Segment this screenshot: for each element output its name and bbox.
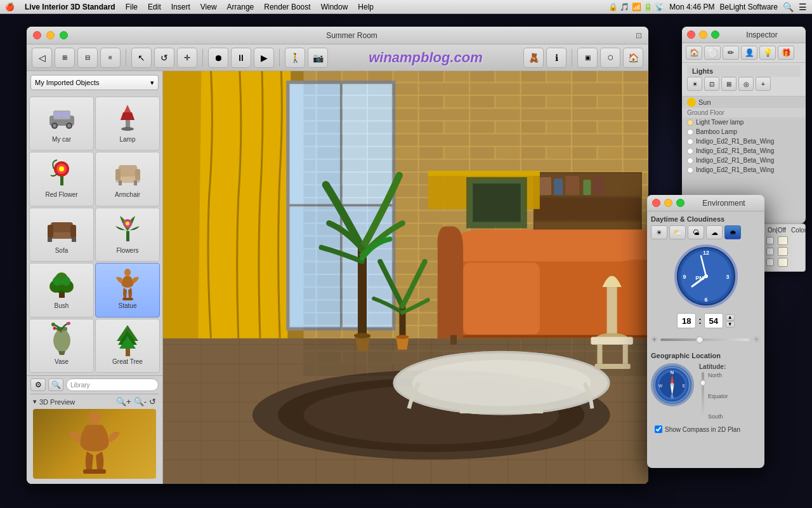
light-dot-6 bbox=[687, 167, 693, 173]
time-hours-input[interactable] bbox=[677, 313, 696, 328]
light-color-1[interactable] bbox=[778, 236, 788, 245]
walk-btn[interactable]: 🚶 bbox=[285, 48, 305, 68]
zoom-in-button[interactable]: 🔍+ bbox=[116, 397, 131, 406]
inspector-close-button[interactable] bbox=[687, 30, 695, 39]
object-item-flowers[interactable]: Flowers bbox=[95, 208, 160, 262]
zoom-out-button[interactable]: 🔍- bbox=[134, 397, 147, 406]
object-item-great-tree[interactable]: Great Tree bbox=[95, 319, 160, 373]
inspector-home-btn[interactable]: 🏠 bbox=[686, 46, 702, 60]
object-item-my-car[interactable]: My car bbox=[29, 97, 94, 150]
env-max-button[interactable] bbox=[676, 199, 684, 207]
light-color-2[interactable] bbox=[778, 247, 788, 256]
menu-arrange[interactable]: Arrange bbox=[227, 3, 254, 11]
light-toggle-1[interactable] bbox=[766, 237, 774, 244]
view-3d-btn[interactable]: ⬡ bbox=[600, 48, 620, 68]
home-view-btn[interactable]: 🏠 bbox=[623, 48, 643, 68]
time-decrement-button[interactable]: ▼ bbox=[726, 321, 735, 328]
objects-dropdown[interactable]: My Imported Objects ▾ bbox=[30, 75, 159, 90]
light-add-btn[interactable]: + bbox=[756, 77, 771, 91]
time-increment-button[interactable]: ▲ bbox=[726, 314, 735, 321]
apple-menu[interactable]: 🍎 bbox=[5, 3, 15, 11]
camera-btn[interactable]: 📷 bbox=[308, 48, 328, 68]
brightness-thumb[interactable] bbox=[696, 336, 704, 344]
menu-edit[interactable]: Edit bbox=[148, 3, 161, 11]
env-close-button[interactable] bbox=[652, 199, 660, 207]
info-btn[interactable]: ℹ bbox=[546, 48, 566, 68]
object-item-sofa[interactable]: Sofa bbox=[29, 208, 94, 262]
inspector-min-button[interactable] bbox=[699, 30, 707, 39]
menubar-time: Mon 4:46 PM bbox=[669, 3, 714, 11]
show-compass-checkbox[interactable] bbox=[655, 425, 662, 433]
inspector-person-btn[interactable]: 👤 bbox=[741, 46, 757, 60]
separator-2 bbox=[202, 49, 203, 67]
menubar-search[interactable]: 🔍 bbox=[783, 2, 794, 12]
light-item-6[interactable]: Indigo_Ed2_R1_Beta_Wing bbox=[682, 165, 806, 175]
object-item-bush[interactable]: Bush bbox=[29, 263, 94, 317]
record-btn[interactable]: ⏺ bbox=[208, 48, 228, 68]
close-button[interactable] bbox=[33, 31, 41, 39]
object-item-vase[interactable]: Vase bbox=[29, 319, 94, 373]
light-item-1[interactable]: Light Tower lamp bbox=[682, 117, 806, 127]
latitude-slider-thumb[interactable] bbox=[700, 380, 706, 386]
menu-window[interactable]: Window bbox=[321, 3, 348, 11]
move-tool[interactable]: ✛ bbox=[177, 48, 197, 68]
minimize-button[interactable] bbox=[46, 31, 55, 39]
light-toggle-2[interactable] bbox=[766, 248, 774, 255]
refresh-button[interactable]: ↺ bbox=[149, 397, 156, 406]
daytime-btn-5[interactable]: 🌧 bbox=[724, 225, 741, 239]
light-color-3[interactable] bbox=[778, 258, 788, 267]
inspector-edit-btn[interactable]: ✏ bbox=[723, 46, 739, 60]
menu-file[interactable]: File bbox=[126, 3, 138, 11]
daytime-btn-1[interactable]: ☀ bbox=[651, 225, 667, 239]
daytime-btn-2[interactable]: ⛅ bbox=[669, 225, 686, 239]
floor-plan-btn[interactable]: ⊞ bbox=[55, 48, 75, 68]
window-collapse-icon[interactable]: ⊡ bbox=[636, 31, 642, 40]
inspector-sphere-btn[interactable]: ⚪ bbox=[704, 46, 721, 60]
light-toggle-3[interactable] bbox=[766, 258, 774, 266]
maximize-button[interactable] bbox=[60, 31, 68, 39]
object-item-armchair[interactable]: Armchair bbox=[95, 152, 160, 206]
room-btn[interactable]: ⊟ bbox=[77, 48, 98, 68]
light-item-2[interactable]: Bamboo Lamp bbox=[682, 127, 806, 137]
menubar-list[interactable]: ☰ bbox=[799, 2, 807, 12]
back-button[interactable]: ◁ bbox=[32, 48, 52, 68]
list-btn[interactable]: ≡ bbox=[100, 48, 121, 68]
sun-item[interactable]: Sun bbox=[682, 97, 806, 108]
inspector-max-button[interactable] bbox=[711, 30, 719, 39]
light-item-4[interactable]: Indigo_Ed2_R1_Beta_Wing bbox=[682, 146, 806, 156]
rotate-tool[interactable]: ↺ bbox=[154, 48, 174, 68]
object-item-statue[interactable]: Statue bbox=[95, 263, 160, 317]
svg-rect-23 bbox=[51, 222, 73, 232]
daytime-btn-4[interactable]: ☁ bbox=[706, 225, 723, 239]
light-item-3[interactable]: Indigo_Ed2_R1_Beta_Wing bbox=[682, 137, 806, 146]
time-minutes-input[interactable] bbox=[704, 313, 723, 328]
object-item-red-flower[interactable]: Red Flower bbox=[29, 152, 94, 206]
settings-gear-button[interactable]: ⚙ bbox=[30, 378, 46, 391]
daytime-btn-3[interactable]: 🌤 bbox=[688, 225, 704, 239]
light-type-btn-2[interactable]: ⊡ bbox=[704, 77, 719, 91]
menu-help[interactable]: Help bbox=[358, 3, 374, 11]
select-tool[interactable]: ↖ bbox=[131, 48, 152, 68]
light-type-btn-3[interactable]: ⊞ bbox=[721, 77, 737, 91]
brightness-row: ☀ ☀ bbox=[651, 333, 761, 345]
preview-expand-icon[interactable]: ▾ bbox=[33, 398, 37, 406]
inspector-gift-btn[interactable]: 🎁 bbox=[778, 46, 794, 60]
env-min-button[interactable] bbox=[664, 199, 672, 207]
latitude-slider-track[interactable] bbox=[702, 372, 704, 420]
menu-insert[interactable]: Insert bbox=[171, 3, 190, 11]
light-item-5[interactable]: Indigo_Ed2_R1_Beta_Wing bbox=[682, 156, 806, 165]
menu-render[interactable]: Render Boost bbox=[264, 3, 310, 11]
brightness-slider[interactable] bbox=[660, 338, 749, 341]
search-toggle-button[interactable]: 🔍 bbox=[48, 378, 63, 391]
view-2d-btn[interactable]: ▣ bbox=[577, 48, 598, 68]
object-item-lamp[interactable]: Lamp bbox=[95, 97, 160, 150]
play-btn[interactable]: ▶ bbox=[254, 48, 274, 68]
light-type-btn-4[interactable]: ◎ bbox=[738, 77, 754, 91]
compass-widget[interactable]: N E S W bbox=[651, 363, 694, 406]
stop-btn[interactable]: ⏸ bbox=[231, 48, 251, 68]
library-search-bar[interactable]: Library bbox=[66, 378, 159, 391]
menu-view[interactable]: View bbox=[200, 3, 217, 11]
object-btn[interactable]: 🧸 bbox=[523, 48, 544, 68]
inspector-light-btn[interactable]: 💡 bbox=[759, 46, 776, 60]
light-type-btn-1[interactable]: ☀ bbox=[687, 77, 702, 91]
